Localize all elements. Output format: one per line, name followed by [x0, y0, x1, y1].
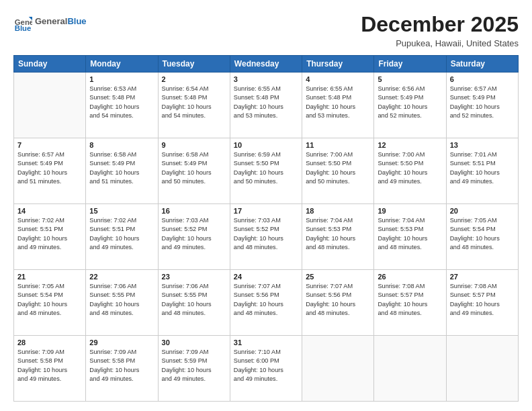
calendar-cell: 6Sunrise: 6:57 AM Sunset: 5:49 PM Daylig… — [446, 73, 518, 138]
day-number: 14 — [17, 207, 82, 215]
calendar-cell: 12Sunrise: 7:00 AM Sunset: 5:50 PM Dayli… — [374, 138, 446, 204]
calendar-cell: 25Sunrise: 7:07 AM Sunset: 5:56 PM Dayli… — [302, 270, 374, 336]
day-info: Sunrise: 6:55 AM Sunset: 5:48 PM Dayligh… — [306, 85, 370, 120]
calendar-cell: 7Sunrise: 6:57 AM Sunset: 5:49 PM Daylig… — [14, 138, 86, 204]
day-number: 27 — [450, 273, 515, 281]
day-info: Sunrise: 7:10 AM Sunset: 6:00 PM Dayligh… — [234, 348, 298, 383]
day-info: Sunrise: 7:06 AM Sunset: 5:55 PM Dayligh… — [162, 282, 226, 318]
calendar-cell: 23Sunrise: 7:06 AM Sunset: 5:55 PM Dayli… — [158, 270, 230, 336]
day-number: 29 — [89, 338, 154, 347]
calendar-cell: 11Sunrise: 7:00 AM Sunset: 5:50 PM Dayli… — [302, 138, 374, 204]
calendar-cell: 3Sunrise: 6:55 AM Sunset: 5:48 PM Daylig… — [230, 73, 302, 138]
calendar-cell: 1Sunrise: 6:53 AM Sunset: 5:48 PM Daylig… — [86, 73, 158, 138]
day-info: Sunrise: 7:07 AM Sunset: 5:56 PM Dayligh… — [234, 282, 298, 318]
day-info: Sunrise: 6:57 AM Sunset: 5:49 PM Dayligh… — [17, 150, 82, 186]
day-number: 17 — [234, 207, 298, 215]
logo-icon: General Blue — [13, 12, 32, 31]
calendar-cell: 28Sunrise: 7:09 AM Sunset: 5:58 PM Dayli… — [14, 336, 86, 402]
calendar-cell: 14Sunrise: 7:02 AM Sunset: 5:51 PM Dayli… — [14, 204, 86, 270]
logo: General Blue GeneralBlue — [13, 12, 87, 31]
day-info: Sunrise: 7:08 AM Sunset: 5:57 PM Dayligh… — [378, 282, 442, 318]
day-info: Sunrise: 7:00 AM Sunset: 5:50 PM Dayligh… — [378, 150, 442, 186]
day-number: 28 — [17, 338, 82, 347]
header: General Blue GeneralBlue December 2025 P… — [13, 12, 519, 48]
day-info: Sunrise: 6:58 AM Sunset: 5:49 PM Dayligh… — [162, 150, 226, 186]
calendar-cell: 22Sunrise: 7:06 AM Sunset: 5:55 PM Dayli… — [86, 270, 158, 336]
calendar-cell: 4Sunrise: 6:55 AM Sunset: 5:48 PM Daylig… — [302, 73, 374, 138]
calendar-cell: 17Sunrise: 7:03 AM Sunset: 5:52 PM Dayli… — [230, 204, 302, 270]
calendar-table: SundayMondayTuesdayWednesdayThursdayFrid… — [13, 55, 519, 402]
day-number: 31 — [234, 338, 298, 347]
calendar-header-tuesday: Tuesday — [158, 56, 230, 73]
day-number: 25 — [306, 273, 370, 281]
calendar-week-4: 28Sunrise: 7:09 AM Sunset: 5:58 PM Dayli… — [14, 336, 519, 402]
day-info: Sunrise: 7:09 AM Sunset: 5:58 PM Dayligh… — [89, 348, 154, 383]
day-number: 21 — [17, 273, 82, 281]
calendar-header-monday: Monday — [86, 56, 158, 73]
day-number: 23 — [162, 273, 226, 281]
day-info: Sunrise: 7:02 AM Sunset: 5:51 PM Dayligh… — [17, 216, 82, 252]
logo-blue: Blue — [67, 16, 86, 26]
day-number: 6 — [450, 75, 515, 83]
month-title: December 2025 — [361, 12, 519, 37]
day-info: Sunrise: 6:57 AM Sunset: 5:49 PM Dayligh… — [450, 85, 515, 120]
day-number: 1 — [89, 75, 154, 83]
logo-general: General — [35, 16, 67, 26]
calendar-header-friday: Friday — [374, 56, 446, 73]
day-info: Sunrise: 7:03 AM Sunset: 5:52 PM Dayligh… — [162, 216, 226, 252]
day-number: 16 — [162, 207, 226, 215]
calendar-cell: 20Sunrise: 7:05 AM Sunset: 5:54 PM Dayli… — [446, 204, 518, 270]
calendar-header-thursday: Thursday — [302, 56, 374, 73]
day-number: 9 — [162, 141, 226, 149]
day-info: Sunrise: 7:05 AM Sunset: 5:54 PM Dayligh… — [17, 282, 82, 318]
location: Pupukea, Hawaii, United States — [361, 38, 519, 48]
calendar-cell: 19Sunrise: 7:04 AM Sunset: 5:53 PM Dayli… — [374, 204, 446, 270]
day-number: 3 — [234, 75, 298, 83]
day-info: Sunrise: 7:04 AM Sunset: 5:53 PM Dayligh… — [378, 216, 442, 252]
calendar-week-0: 1Sunrise: 6:53 AM Sunset: 5:48 PM Daylig… — [14, 73, 519, 138]
day-info: Sunrise: 7:01 AM Sunset: 5:51 PM Dayligh… — [450, 150, 515, 186]
title-block: December 2025 Pupukea, Hawaii, United St… — [361, 12, 519, 48]
day-number: 10 — [234, 141, 298, 149]
day-number: 30 — [162, 338, 226, 347]
calendar-cell — [302, 336, 374, 402]
calendar-cell: 10Sunrise: 6:59 AM Sunset: 5:50 PM Dayli… — [230, 138, 302, 204]
calendar-header-wednesday: Wednesday — [230, 56, 302, 73]
day-number: 8 — [89, 141, 154, 149]
day-info: Sunrise: 7:09 AM Sunset: 5:58 PM Dayligh… — [17, 348, 82, 383]
day-info: Sunrise: 7:09 AM Sunset: 5:59 PM Dayligh… — [162, 348, 226, 383]
calendar-cell: 18Sunrise: 7:04 AM Sunset: 5:53 PM Dayli… — [302, 204, 374, 270]
day-info: Sunrise: 7:03 AM Sunset: 5:52 PM Dayligh… — [234, 216, 298, 252]
day-number: 18 — [306, 207, 370, 215]
day-number: 26 — [378, 273, 442, 281]
calendar-week-3: 21Sunrise: 7:05 AM Sunset: 5:54 PM Dayli… — [14, 270, 519, 336]
calendar-cell: 29Sunrise: 7:09 AM Sunset: 5:58 PM Dayli… — [86, 336, 158, 402]
day-number: 22 — [89, 273, 154, 281]
calendar-cell — [14, 73, 86, 138]
day-info: Sunrise: 6:54 AM Sunset: 5:48 PM Dayligh… — [162, 85, 226, 120]
day-info: Sunrise: 7:02 AM Sunset: 5:51 PM Dayligh… — [89, 216, 154, 252]
svg-text:Blue: Blue — [15, 24, 32, 31]
day-number: 24 — [234, 273, 298, 281]
day-info: Sunrise: 7:05 AM Sunset: 5:54 PM Dayligh… — [450, 216, 515, 252]
day-info: Sunrise: 7:04 AM Sunset: 5:53 PM Dayligh… — [306, 216, 370, 252]
calendar-header-saturday: Saturday — [446, 56, 518, 73]
day-info: Sunrise: 6:59 AM Sunset: 5:50 PM Dayligh… — [234, 150, 298, 186]
calendar-cell: 9Sunrise: 6:58 AM Sunset: 5:49 PM Daylig… — [158, 138, 230, 204]
calendar-header-sunday: Sunday — [14, 56, 86, 73]
calendar-cell: 2Sunrise: 6:54 AM Sunset: 5:48 PM Daylig… — [158, 73, 230, 138]
calendar-cell: 24Sunrise: 7:07 AM Sunset: 5:56 PM Dayli… — [230, 270, 302, 336]
calendar-week-2: 14Sunrise: 7:02 AM Sunset: 5:51 PM Dayli… — [14, 204, 519, 270]
calendar-cell: 31Sunrise: 7:10 AM Sunset: 6:00 PM Dayli… — [230, 336, 302, 402]
calendar-cell: 27Sunrise: 7:08 AM Sunset: 5:57 PM Dayli… — [446, 270, 518, 336]
page: General Blue GeneralBlue December 2025 P… — [0, 0, 532, 411]
day-info: Sunrise: 6:56 AM Sunset: 5:49 PM Dayligh… — [378, 85, 442, 120]
calendar-cell — [446, 336, 518, 402]
day-info: Sunrise: 7:08 AM Sunset: 5:57 PM Dayligh… — [450, 282, 515, 318]
day-number: 15 — [89, 207, 154, 215]
day-number: 11 — [306, 141, 370, 149]
day-number: 7 — [17, 141, 82, 149]
calendar-week-1: 7Sunrise: 6:57 AM Sunset: 5:49 PM Daylig… — [14, 138, 519, 204]
calendar-cell: 13Sunrise: 7:01 AM Sunset: 5:51 PM Dayli… — [446, 138, 518, 204]
day-info: Sunrise: 6:58 AM Sunset: 5:49 PM Dayligh… — [89, 150, 154, 186]
